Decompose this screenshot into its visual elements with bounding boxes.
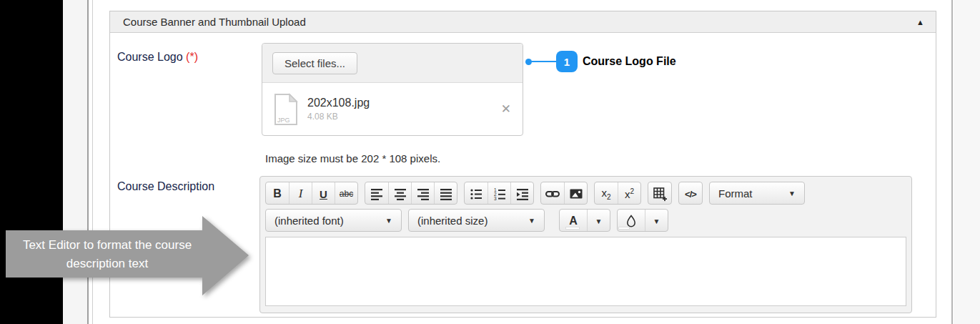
background-color-split-button: ▼	[617, 209, 668, 232]
file-size: 4.08 KB	[307, 112, 370, 122]
file-upload-widget: Select files... JPG 202x108.jpg 4.08 KB …	[262, 43, 523, 136]
file-document-icon: JPG	[274, 93, 298, 126]
select-files-button[interactable]: Select files...	[272, 52, 357, 74]
file-meta: 202x108.jpg 4.08 KB	[307, 97, 370, 122]
italic-button[interactable]: I	[289, 182, 312, 205]
background-color-arrow[interactable]: ▼	[645, 210, 668, 232]
script-group: x2 x2	[594, 182, 641, 205]
chevron-down-icon: ▼	[385, 217, 392, 225]
svg-text:JPG: JPG	[277, 117, 290, 124]
upload-dropzone[interactable]: Select files...	[262, 44, 523, 83]
text-color-arrow[interactable]: ▼	[587, 210, 610, 232]
arrow-annotation-text: Text Editor to format the course descrip…	[7, 236, 207, 273]
underline-button[interactable]: U	[312, 182, 335, 205]
indent-icon[interactable]	[510, 182, 533, 205]
file-name: 202x108.jpg	[307, 97, 370, 109]
chevron-down-icon: ▼	[653, 217, 660, 225]
chevron-down-icon: ▼	[528, 217, 535, 225]
callout-number-badge: 1	[556, 51, 578, 72]
image-size-hint: Image size must be 202 * 108 pixels.	[265, 152, 440, 165]
format-dropdown-value: Format	[718, 187, 753, 200]
list-group: 123	[464, 182, 534, 205]
text-color-button[interactable]: A	[560, 210, 587, 232]
right-gutter-strip	[954, 0, 980, 324]
required-marker: (*)	[186, 51, 198, 63]
subscript-button[interactable]: x2	[595, 182, 618, 205]
chevron-down-icon: ▼	[595, 217, 603, 225]
numbered-list-icon[interactable]: 123	[487, 182, 510, 205]
view-source-button[interactable]: </>	[679, 182, 702, 205]
insert-image-icon[interactable]	[564, 182, 587, 205]
right-gutter-divider	[951, 0, 953, 324]
editor-toolbar-row-1: B I U abc	[265, 182, 906, 205]
format-dropdown[interactable]: Format ▼	[709, 182, 805, 205]
text-style-group: B I U abc	[265, 182, 358, 205]
align-left-icon[interactable]	[365, 182, 388, 205]
remove-file-icon[interactable]: ✕	[501, 102, 511, 117]
link-icon[interactable]	[541, 182, 564, 205]
code-group: </>	[678, 182, 703, 205]
insert-group	[540, 182, 588, 205]
collapse-icon[interactable]: ▲	[916, 18, 924, 26]
text-color-swatch	[565, 227, 580, 230]
rich-text-editor: B I U abc	[259, 176, 912, 313]
table-group	[648, 182, 672, 205]
alignment-group	[365, 182, 457, 205]
strikethrough-button[interactable]: abc	[335, 182, 357, 205]
font-family-value: (inherited font)	[274, 215, 344, 227]
callout-line	[530, 61, 558, 62]
insert-table-icon[interactable]	[648, 182, 671, 205]
editor-toolbar-row-2: (inherited font) ▼ (inherited size) ▼ A …	[265, 209, 906, 232]
text-color-split-button: A ▼	[559, 209, 610, 232]
course-logo-label: Course Logo (*)	[117, 51, 198, 64]
bullet-list-icon[interactable]	[465, 182, 487, 205]
svg-text:3: 3	[494, 196, 497, 201]
editor-content-area[interactable]	[265, 237, 906, 306]
callout-label: Course Logo File	[583, 55, 676, 68]
justify-icon[interactable]	[434, 182, 457, 205]
font-size-dropdown[interactable]: (inherited size) ▼	[408, 209, 545, 232]
panel-title: Course Banner and Thumbnail Upload	[123, 16, 306, 28]
chevron-down-icon: ▼	[788, 190, 796, 197]
background-color-swatch	[618, 227, 630, 230]
align-center-icon[interactable]	[388, 182, 411, 205]
background-color-button[interactable]	[618, 210, 645, 232]
panel-header[interactable]: Course Banner and Thumbnail Upload ▲	[110, 11, 936, 33]
superscript-button[interactable]: x2	[618, 182, 640, 205]
font-size-value: (inherited size)	[417, 215, 487, 227]
course-description-label: Course Description	[117, 180, 214, 193]
droplet-icon	[625, 214, 638, 228]
uploaded-file-row: JPG 202x108.jpg 4.08 KB ✕	[262, 83, 523, 135]
bold-button[interactable]: B	[266, 182, 289, 205]
align-right-icon[interactable]	[411, 182, 434, 205]
font-family-dropdown[interactable]: (inherited font) ▼	[265, 209, 402, 232]
